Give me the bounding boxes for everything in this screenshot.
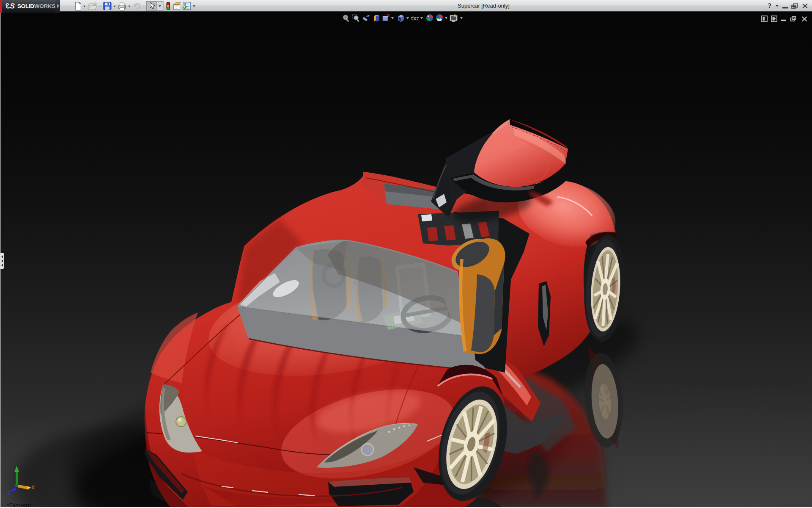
svg-text:S: S: [10, 2, 15, 10]
svg-text:X: X: [31, 484, 35, 491]
svg-text:?: ?: [768, 2, 771, 9]
svg-text:SOLIDWORKS: SOLIDWORKS: [17, 3, 55, 9]
svg-text:3: 3: [5, 2, 10, 10]
svg-text:Z: Z: [7, 490, 11, 496]
